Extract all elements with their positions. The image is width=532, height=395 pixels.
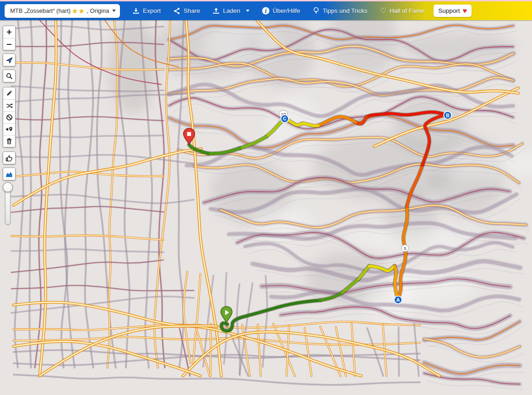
like-button[interactable]	[3, 152, 15, 164]
svg-text:i: i	[265, 8, 266, 14]
search-button[interactable]	[3, 70, 15, 82]
locate-button[interactable]	[3, 54, 15, 66]
thumbs-up-icon	[5, 155, 13, 162]
shuffle-route-button[interactable]	[3, 99, 15, 111]
svg-text:B: B	[446, 113, 450, 118]
info-circle-icon: i	[262, 7, 270, 15]
support-button[interactable]: Support ♥	[434, 5, 472, 17]
elevation-control	[3, 168, 16, 180]
svg-text:5: 5	[404, 246, 407, 251]
about-help-label: Über/Hilfe	[273, 7, 300, 14]
support-label: Support	[438, 7, 460, 14]
chevron-down-icon	[112, 10, 116, 12]
upload-icon	[212, 7, 220, 15]
zoom-out-icon	[6, 41, 12, 48]
shuffle-icon	[6, 103, 13, 109]
download-icon	[132, 7, 140, 15]
waypoint-marker-b[interactable]: B	[443, 111, 452, 119]
zoom-control	[3, 26, 16, 50]
delete-button[interactable]	[3, 135, 15, 147]
draw-route-button[interactable]	[3, 87, 15, 99]
like-control	[3, 152, 16, 164]
share-label: Share	[184, 7, 200, 14]
track-title: MTB „Zossebart“ (hart)	[10, 7, 71, 14]
ban-icon	[6, 114, 13, 121]
pencil-icon	[6, 90, 12, 97]
map-canvas[interactable]: 510ABC	[0, 20, 532, 395]
export-button[interactable]: Export	[132, 7, 161, 15]
tips-button[interactable]: Tipps und Tricks	[313, 7, 368, 15]
load-label: Laden	[223, 7, 240, 14]
lightbulb-icon	[313, 7, 320, 15]
navbar: MTB „Zossebart“ (hart) ★★ , Origina Expo…	[0, 1, 532, 20]
waypoint-marker-c[interactable]: C	[280, 114, 289, 123]
svg-text:A: A	[396, 298, 400, 303]
zoom-out-button[interactable]	[3, 38, 15, 50]
track-title-suffix: , Origina	[87, 7, 109, 14]
load-menu-button[interactable]: Laden	[212, 7, 250, 15]
zoom-in-button[interactable]	[3, 26, 15, 38]
heart-outline-icon: ♡	[380, 7, 386, 15]
poi-audio-button[interactable]	[3, 123, 15, 135]
map-opacity-slider-knob[interactable]	[3, 182, 13, 192]
edit-tools-control	[3, 87, 16, 147]
share-button[interactable]: Share	[173, 7, 200, 15]
trash-icon	[6, 138, 12, 145]
tips-label: Tipps und Tricks	[323, 7, 368, 14]
track-title-dropdown[interactable]: MTB „Zossebart“ (hart) ★★ , Origina	[5, 4, 120, 18]
elevation-chart-icon	[5, 171, 13, 178]
svg-text:C: C	[283, 116, 287, 121]
zoom-in-icon	[6, 29, 12, 35]
poi-audio-icon	[5, 126, 13, 133]
stop-icon	[187, 132, 191, 136]
locate-arrow-icon	[6, 57, 13, 64]
search-control	[3, 70, 16, 82]
about-help-button[interactable]: i Über/Hilfe	[262, 7, 300, 15]
elevation-profile-button[interactable]	[3, 168, 15, 180]
chevron-down-icon	[246, 10, 250, 12]
top-accent-strip	[0, 0, 532, 1]
share-nodes-icon	[173, 7, 180, 15]
hall-of-fame-label: Hall of Fame	[390, 7, 425, 14]
avoid-block-button[interactable]	[3, 111, 15, 123]
heart-icon: ♥	[463, 7, 467, 15]
hall-of-fame-button[interactable]: ♡ Hall of Fame	[380, 7, 424, 15]
locate-control	[3, 54, 16, 66]
distance-label-5: 5	[402, 245, 408, 252]
search-icon	[6, 73, 13, 80]
rating-stars-icon: ★★	[72, 7, 85, 15]
waypoint-marker-a[interactable]: A	[394, 296, 402, 304]
export-label: Export	[143, 7, 161, 14]
